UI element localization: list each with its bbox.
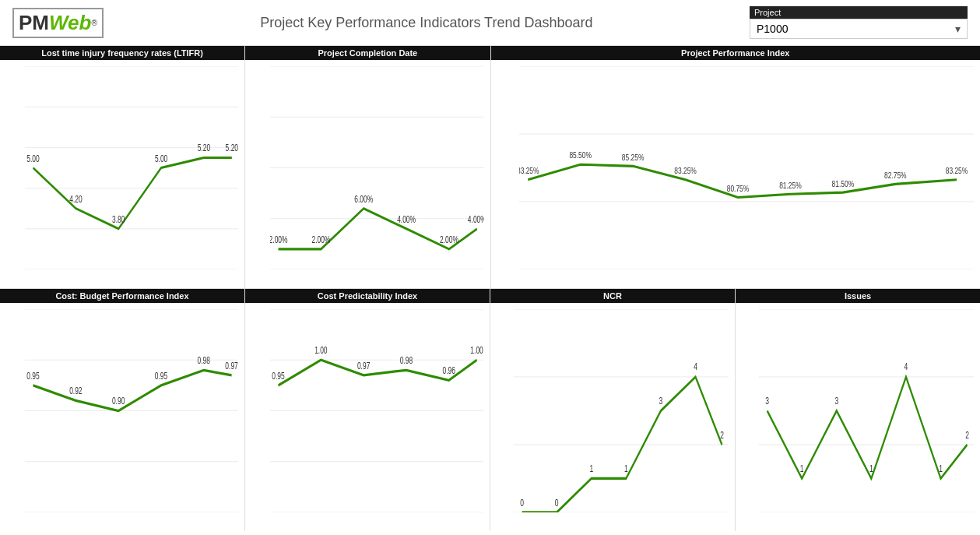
svg-text:4: 4 (694, 361, 697, 371)
issues-svg: 6 4 2 0 3 1 3 1 4 1 2 Jan 2018 Apr 2018 … (759, 309, 974, 512)
svg-text:80.75%: 80.75% (726, 184, 749, 194)
svg-text:2.00%: 2.00% (270, 234, 287, 245)
svg-text:4.00%: 4.00% (397, 213, 416, 224)
ppi-svg: 100% 90% 80% 70% 83.25% 85.50% 85.25% 83… (519, 66, 975, 269)
svg-text:82.75%: 82.75% (884, 171, 907, 181)
svg-text:0.95: 0.95 (26, 370, 39, 381)
svg-text:85.50%: 85.50% (569, 150, 592, 160)
ltifr-title: Lost time injury frequency rates (LTIFR) (0, 46, 244, 60)
svg-text:1: 1 (939, 463, 943, 473)
cbpi-svg: 1.1 1.0 0.9 0.8 0.7 0.95 0.92 0.90 0.95 … (25, 309, 238, 512)
svg-text:3: 3 (834, 395, 838, 406)
svg-text:3: 3 (659, 395, 663, 406)
svg-text:4.00%: 4.00% (468, 213, 483, 224)
svg-text:6.00%: 6.00% (355, 193, 374, 204)
issues-chart: Issues 6 4 2 0 3 1 3 1 4 (736, 289, 980, 531)
ltifr-chart: Lost time injury frequency rates (LTIFR)… (0, 46, 245, 288)
svg-text:1: 1 (800, 463, 804, 473)
header: PM Web ® Project Key Performance Indicat… (0, 0, 980, 46)
ppi-chart: Project Performance Index 100% 90% 80% 7… (491, 46, 981, 288)
svg-text:0: 0 (555, 497, 559, 508)
ncr-chart: NCR 6 4 2 0 0 0 (490, 289, 736, 531)
cpi-chart: Cost Predictability Index 1.1 1.0 0.9 0.… (245, 289, 490, 531)
svg-text:1: 1 (624, 463, 628, 473)
ltifr-svg: 7 6 5 4 3 5.00 4.20 3.80 5.00 5.20 5.20 (25, 66, 238, 269)
svg-text:0.90: 0.90 (112, 395, 125, 406)
svg-text:83.25%: 83.25% (674, 166, 697, 176)
cbpi-title: Cost: Budget Performance Index (0, 289, 244, 303)
cbpi-chart: Cost: Budget Performance Index 1.1 1.0 0… (0, 289, 245, 531)
svg-text:0.95: 0.95 (272, 370, 284, 381)
project-dropdown[interactable]: P1000 ▾ (750, 19, 968, 39)
issues-title: Issues (736, 289, 980, 303)
svg-text:5.00: 5.00 (26, 153, 40, 164)
ncr-title: NCR (490, 289, 735, 303)
svg-text:0: 0 (520, 497, 524, 508)
svg-text:0.96: 0.96 (443, 364, 455, 375)
svg-text:4.20: 4.20 (69, 193, 83, 204)
cpi-title: Cost Predictability Index (245, 289, 490, 303)
svg-text:0.97: 0.97 (357, 360, 370, 371)
completion-date-title: Project Completion Date (245, 46, 490, 60)
svg-text:83.25%: 83.25% (945, 166, 968, 176)
svg-text:2.00%: 2.00% (312, 234, 331, 245)
svg-text:4: 4 (904, 361, 908, 371)
cpi-svg: 1.1 1.0 0.9 0.8 0.7 0.95 1.00 0.97 0.98 … (270, 309, 483, 512)
svg-text:1: 1 (589, 463, 593, 473)
page-title: Project Key Performance Indicators Trend… (104, 15, 750, 31)
logo-web: Web (49, 11, 91, 35)
chevron-down-icon: ▾ (955, 23, 961, 35)
completion-svg: 20% 15% 10% 5% 0% 2.00% 2.00% 6.00% 4.00… (270, 66, 483, 269)
svg-text:5.20: 5.20 (198, 142, 211, 153)
svg-text:81.50%: 81.50% (831, 179, 854, 189)
svg-text:0.95: 0.95 (155, 370, 167, 381)
svg-text:1: 1 (869, 463, 873, 473)
svg-text:1.00: 1.00 (314, 344, 327, 355)
svg-text:3: 3 (765, 395, 769, 406)
svg-text:0.98: 0.98 (198, 354, 210, 365)
project-value: P1000 (757, 23, 788, 35)
svg-text:2: 2 (720, 430, 724, 441)
logo-pm: PM (19, 11, 49, 35)
svg-text:2: 2 (965, 430, 969, 441)
logo-reg: ® (91, 19, 97, 27)
completion-date-chart: Project Completion Date 20% 15% 10% 5% 0… (245, 46, 490, 288)
project-selector: Project P1000 ▾ (750, 6, 968, 39)
svg-text:85.25%: 85.25% (621, 153, 644, 163)
ppi-title: Project Performance Index (491, 46, 981, 60)
svg-text:1.00: 1.00 (470, 344, 483, 355)
ncr-svg: 6 4 2 0 0 0 1 1 3 4 2 Jan 2018 (514, 309, 729, 512)
svg-text:83.25%: 83.25% (519, 166, 539, 176)
logo: PM Web ® (12, 8, 104, 38)
project-label: Project (750, 6, 968, 19)
svg-text:0.97: 0.97 (225, 360, 237, 371)
svg-text:0.98: 0.98 (400, 354, 413, 365)
svg-text:3.80: 3.80 (112, 213, 125, 224)
svg-text:5.00: 5.00 (155, 153, 168, 164)
svg-text:5.20: 5.20 (226, 142, 239, 153)
svg-text:81.25%: 81.25% (779, 180, 802, 190)
svg-text:0.92: 0.92 (69, 385, 82, 396)
svg-text:2.00%: 2.00% (440, 234, 458, 245)
